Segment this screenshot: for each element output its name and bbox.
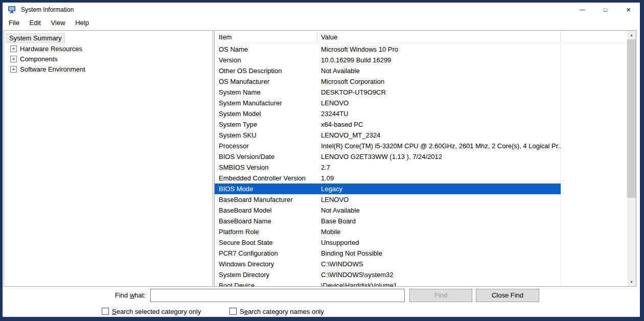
table-row[interactable]: BaseBoard Manufacturer LENOVO: [215, 194, 561, 205]
close-button[interactable]: ✕: [617, 3, 640, 17]
search-selected-category-option: Search selected category only: [102, 307, 201, 316]
table-body: OS Name Microsoft Windows 10 Pro Version…: [215, 44, 627, 286]
table-row[interactable]: Secure Boot State Unsupported: [215, 237, 561, 248]
table-cell-value: DESKTOP-UT9O9CR: [317, 87, 561, 98]
table-cell-item: System SKU: [215, 130, 317, 141]
table-row[interactable]: Other OS Description Not Available: [215, 65, 561, 76]
system-information-window: System Information — □ ✕ File Edit View …: [3, 3, 640, 317]
table-cell-value: Mobile: [317, 226, 561, 237]
expand-plus-icon[interactable]: +: [10, 56, 17, 62]
table-row[interactable]: Boot Device \Device\HarddiskVolume1: [215, 280, 561, 286]
search-selected-category-checkbox[interactable]: [102, 308, 109, 315]
tree-children: +Hardware Resources +Components +Softwar…: [4, 44, 213, 75]
system-information-app-icon: [8, 6, 16, 14]
table-cell-item: BaseBoard Manufacturer: [215, 194, 317, 205]
table-cell-value: 10.0.16299 Build 16299: [317, 55, 561, 65]
table-cell-value: Not Available: [317, 205, 561, 216]
close-find-button[interactable]: Close Find: [476, 289, 539, 302]
details-panel: Item Value OS Name Microsoft Windows 10 …: [214, 30, 636, 287]
menu-edit[interactable]: Edit: [26, 17, 45, 29]
table-row[interactable]: System SKU LENOVO_MT_2324: [215, 130, 561, 141]
table-cell-item: Other OS Description: [215, 65, 317, 76]
tree-item-system-summary[interactable]: System Summary: [6, 33, 65, 43]
table-cell-item: System Type: [215, 119, 317, 130]
vertical-scrollbar[interactable]: ▲ ▼: [627, 31, 636, 286]
column-header-item[interactable]: Item: [219, 31, 232, 43]
table-row[interactable]: SMBIOS Version 2.7: [215, 162, 561, 173]
table-cell-value: x64-based PC: [317, 119, 561, 130]
table-row[interactable]: Platform Role Mobile: [215, 226, 561, 237]
scroll-down-icon[interactable]: ▼: [627, 278, 636, 286]
tree-item-label: Software Environment: [20, 65, 85, 73]
table-cell-value: Base Board: [317, 216, 561, 226]
expand-plus-icon[interactable]: +: [10, 45, 17, 52]
table-cell-value: C:\WINDOWS: [317, 259, 561, 269]
scroll-up-icon[interactable]: ▲: [627, 31, 636, 39]
table-row[interactable]: BaseBoard Model Not Available: [215, 205, 561, 216]
table-row[interactable]: Embedded Controller Version 1.09: [215, 173, 561, 184]
table-row[interactable]: System Model 23244TU: [215, 108, 561, 119]
table-row[interactable]: PCR7 Configuration Binding Not Possible: [215, 248, 561, 259]
table-row[interactable]: Processor Intel(R) Core(TM) i5-3320M CPU…: [215, 141, 561, 151]
table-cell-item: Embedded Controller Version: [215, 173, 317, 184]
table-row[interactable]: System Manufacturer LENOVO: [215, 98, 561, 108]
tree-item[interactable]: +Software Environment: [4, 64, 213, 75]
menu-help[interactable]: Help: [71, 17, 93, 29]
minimize-button[interactable]: —: [571, 3, 594, 17]
table-cell-item: System Manufacturer: [215, 98, 317, 108]
find-input[interactable]: [150, 289, 405, 302]
maximize-icon: □: [604, 7, 607, 13]
scrollbar-thumb[interactable]: [627, 39, 636, 198]
minimize-icon: —: [580, 7, 585, 12]
search-selected-category-label: Search selected category only: [112, 308, 201, 315]
table-row[interactable]: Version 10.0.16299 Build 16299: [215, 55, 561, 65]
table-cell-item: BIOS Mode: [215, 184, 317, 194]
table-cell-value: 23244TU: [317, 108, 561, 119]
table-cell-value: Not Available: [317, 65, 561, 76]
table-row[interactable]: OS Manufacturer Microsoft Corporation: [215, 76, 561, 87]
table-row[interactable]: BIOS Version/Date LENOVO G2ET33WW (1.13 …: [215, 151, 561, 162]
search-category-names-label: Search category names only: [240, 308, 324, 315]
menubar: File Edit View Help: [3, 17, 640, 30]
find-button[interactable]: Find: [409, 289, 472, 302]
table-cell-item: SMBIOS Version: [215, 162, 317, 173]
maximize-button[interactable]: □: [594, 3, 617, 17]
table-row[interactable]: BIOS Mode Legacy: [215, 184, 561, 194]
table-row[interactable]: System Type x64-based PC: [215, 119, 561, 130]
table-cell-item: OS Manufacturer: [215, 76, 317, 87]
table-cell-value: Microsoft Corporation: [317, 76, 561, 87]
category-tree-panel: System Summary +Hardware Resources +Comp…: [4, 30, 213, 287]
table-cell-value: 1.09: [317, 173, 561, 184]
table-cell-item: BaseBoard Name: [215, 216, 317, 226]
search-category-names-checkbox[interactable]: [229, 308, 237, 315]
tree-item[interactable]: +Components: [4, 54, 213, 64]
titlebar: System Information — □ ✕: [3, 3, 640, 17]
menu-view[interactable]: View: [47, 17, 70, 29]
table-header: Item Value: [215, 31, 627, 44]
column-divider[interactable]: [560, 32, 561, 42]
table-cell-item: System Model: [215, 108, 317, 119]
table-cell-item: System Directory: [215, 269, 317, 280]
search-options-row: Search selected category only Search cat…: [3, 307, 640, 317]
table-cell-value: LENOVO_MT_2324: [317, 130, 561, 141]
close-icon: ✕: [626, 7, 631, 13]
table-row[interactable]: BaseBoard Name Base Board: [215, 216, 561, 226]
table-row[interactable]: System Directory C:\WINDOWS\system32: [215, 269, 561, 280]
expand-plus-icon[interactable]: +: [10, 66, 17, 73]
find-what-label: Find what:: [49, 289, 146, 302]
table-row[interactable]: OS Name Microsoft Windows 10 Pro: [215, 44, 561, 55]
tree-item[interactable]: +Hardware Resources: [4, 44, 213, 54]
column-header-value[interactable]: Value: [321, 31, 337, 43]
table-row[interactable]: Windows Directory C:\WINDOWS: [215, 259, 561, 269]
tree-item-label: Hardware Resources: [20, 45, 82, 53]
table-row[interactable]: System Name DESKTOP-UT9O9CR: [215, 87, 561, 98]
column-divider[interactable]: [317, 32, 317, 42]
menu-file[interactable]: File: [5, 17, 24, 29]
table-cell-item: System Name: [215, 87, 317, 98]
table-cell-item: BaseBoard Model: [215, 205, 317, 216]
table-cell-value: \Device\HarddiskVolume1: [317, 280, 561, 286]
table-cell-value: Legacy: [317, 184, 561, 194]
table-cell-item: BIOS Version/Date: [215, 151, 317, 162]
table-cell-item: Secure Boot State: [215, 237, 317, 248]
table-cell-value: Microsoft Windows 10 Pro: [317, 44, 561, 55]
